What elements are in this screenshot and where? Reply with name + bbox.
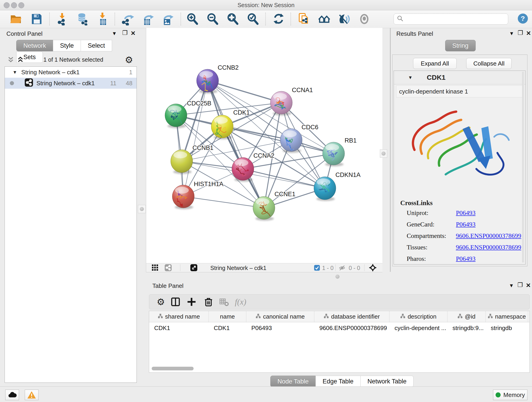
warning-button[interactable]: [25, 390, 38, 400]
show-columns-icon[interactable]: [169, 296, 182, 308]
tab-network[interactable]: Network: [16, 40, 53, 51]
memory-button[interactable]: Memory: [493, 390, 527, 400]
column-header-name[interactable]: name: [209, 311, 246, 322]
right-splitter-handle[interactable]: [380, 149, 387, 158]
refresh-button[interactable]: [272, 12, 285, 26]
table-panel-menu-icon[interactable]: ▾: [507, 282, 515, 289]
table-gear-icon[interactable]: ⚙: [155, 296, 167, 308]
export-network-button[interactable]: [121, 12, 134, 26]
network-share-icon[interactable]: [165, 264, 172, 272]
crosslink-link[interactable]: 9606.ENSP00000378699: [456, 244, 521, 251]
column-header-description[interactable]: description: [389, 311, 447, 322]
gene-collapse-icon[interactable]: ▼: [408, 75, 413, 80]
birdseye-toggle-icon[interactable]: [369, 264, 377, 273]
node-CCNE1[interactable]: [253, 196, 275, 221]
node-CDC25B[interactable]: [165, 104, 187, 128]
table-cell[interactable]: P06493: [246, 322, 314, 334]
tab-edge-table[interactable]: Edge Table: [316, 376, 361, 387]
node-HIST1H1A[interactable]: [172, 185, 194, 210]
selected-checkbox-icon[interactable]: [314, 265, 320, 272]
crosslink-link[interactable]: 9606.ENSP00000378699: [456, 232, 521, 240]
edge-CCNA2-CDKN1A[interactable]: [243, 169, 325, 188]
network-collection-row[interactable]: ▼ String Network – cdk1 1: [5, 67, 137, 78]
cloud-button[interactable]: [5, 390, 19, 400]
hide-glasses-button[interactable]: [337, 12, 350, 26]
export-table-button[interactable]: [141, 12, 154, 26]
tab-style[interactable]: Style: [53, 40, 81, 51]
table-cell[interactable]: CDK1: [149, 322, 209, 334]
edge-CCNB2-CCNA1[interactable]: [208, 81, 281, 103]
node-CDC6[interactable]: [280, 128, 302, 153]
expand-all-icon[interactable]: [17, 56, 24, 65]
table-cell[interactable]: stringdb: [486, 322, 528, 334]
results-panel-close-icon[interactable]: ✕: [525, 30, 532, 37]
table-cell[interactable]: 9606.ENSP00000378699: [314, 322, 389, 334]
gene-section-header[interactable]: ▼ CDK1: [394, 71, 525, 84]
table-hscrollbar-thumb[interactable]: [152, 367, 194, 370]
tab-string[interactable]: String: [445, 40, 476, 51]
add-column-icon[interactable]: [185, 296, 198, 308]
zoom-in-button[interactable]: [186, 12, 199, 26]
table-panel-close-icon[interactable]: ✕: [525, 282, 532, 289]
expand-all-button[interactable]: Expand All: [413, 58, 457, 69]
node-RB1[interactable]: [323, 142, 345, 166]
results-panel-menu-icon[interactable]: ▾: [508, 30, 515, 37]
crosslink-link[interactable]: P06493: [456, 255, 476, 262]
table-cell[interactable]: stringdb:9...: [447, 322, 486, 334]
column-header-database-identifier[interactable]: database identifier: [314, 311, 389, 322]
open-folder-button[interactable]: [9, 12, 22, 26]
node-CDK1[interactable]: [211, 115, 233, 141]
tab-network-table[interactable]: Network Table: [360, 376, 414, 387]
show-eye-button[interactable]: [358, 12, 371, 26]
table-cell[interactable]: cyclin-dependent ...: [389, 322, 447, 334]
tab-select[interactable]: Select: [81, 40, 112, 51]
control-panel-close-icon[interactable]: ✕: [129, 30, 137, 37]
table-splitter-handle[interactable]: [336, 274, 340, 279]
clone-network-button[interactable]: [297, 12, 310, 26]
network-row-selected[interactable]: String Network – cdk1 11 48: [5, 78, 137, 89]
control-panel-float-icon[interactable]: ❐: [121, 29, 129, 36]
grid-view-icon[interactable]: [152, 264, 158, 272]
hidden-eye-icon[interactable]: [339, 264, 346, 272]
collection-expand-icon[interactable]: ▼: [13, 70, 17, 75]
column-header--id[interactable]: @id: [447, 311, 486, 322]
import-table-button[interactable]: [96, 12, 109, 26]
node-CDKN1A[interactable]: [314, 177, 336, 201]
results-panel-float-icon[interactable]: ❐: [516, 29, 524, 36]
left-splitter-handle[interactable]: [138, 205, 146, 213]
search-field[interactable]: [394, 13, 508, 25]
column-header-shared-name[interactable]: shared name: [149, 311, 209, 322]
import-database-button[interactable]: [76, 12, 89, 26]
collapse-all-button[interactable]: Collapse All: [466, 58, 512, 69]
import-network-button[interactable]: [56, 12, 69, 26]
network-canvas[interactable]: CCNB2CCNA1CDC25BCDK1CDC6RB1CCNB1CCNA2CDK…: [146, 28, 382, 263]
control-panel-menu-icon[interactable]: ▾: [110, 30, 118, 37]
delete-table-icon[interactable]: [218, 296, 230, 308]
edge-HIST1H1A-CCNE1[interactable]: [183, 196, 264, 208]
homes-button[interactable]: [317, 12, 331, 26]
zoom-out-button[interactable]: [206, 12, 220, 26]
table-row[interactable]: CDK1CDK1P064939606.ENSP00000378699cyclin…: [149, 322, 530, 334]
crosslink-link[interactable]: P06493: [456, 221, 476, 228]
collapse-all-icon[interactable]: [7, 56, 15, 65]
column-header-canonical-name[interactable]: canonical name: [246, 311, 314, 322]
detach-view-icon[interactable]: [190, 264, 197, 272]
table-cell[interactable]: CDK1: [209, 322, 246, 334]
delete-column-icon[interactable]: [202, 296, 215, 308]
node-CCNB1[interactable]: [171, 150, 193, 174]
table-panel-float-icon[interactable]: ❐: [516, 281, 524, 288]
node-CCNA1[interactable]: [270, 91, 292, 115]
results-scrollbar[interactable]: [522, 72, 524, 262]
save-button[interactable]: [30, 12, 43, 26]
export-image-button[interactable]: [160, 12, 174, 26]
help-button[interactable]: ?: [517, 13, 528, 25]
edge-CCNB2-HIST1H1A[interactable]: [183, 81, 208, 196]
function-builder-icon[interactable]: f(x): [234, 296, 247, 308]
edge-CCNB2-CCNE1[interactable]: [208, 81, 264, 208]
zoom-selected-button[interactable]: [247, 12, 260, 26]
crosslink-link[interactable]: P06493: [456, 209, 476, 217]
node-CCNB2[interactable]: [196, 69, 219, 94]
column-header-namespace[interactable]: namespace: [486, 311, 528, 322]
zoom-fit-button[interactable]: [226, 12, 240, 26]
network-options-gear-icon[interactable]: ⚙: [125, 55, 133, 65]
